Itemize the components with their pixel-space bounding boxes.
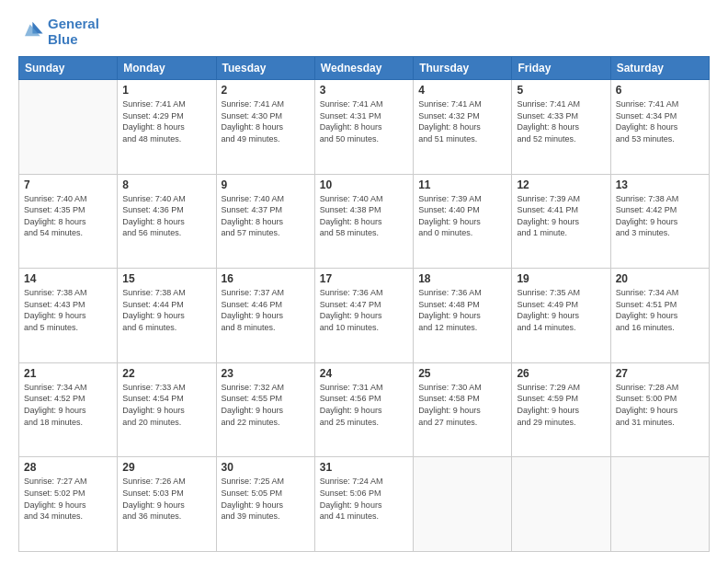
day-info: Sunrise: 7:25 AMSunset: 5:05 PMDaylight:…: [222, 476, 310, 522]
day-number: 3: [320, 84, 408, 97]
day-info: Sunrise: 7:24 AMSunset: 5:06 PMDaylight:…: [320, 476, 408, 522]
day-info: Sunrise: 7:41 AMSunset: 4:34 PMDaylight:…: [616, 98, 704, 144]
logo-icon: [18, 19, 44, 45]
calendar-cell: 16Sunrise: 7:37 AMSunset: 4:46 PMDayligh…: [216, 269, 314, 363]
day-info: Sunrise: 7:28 AMSunset: 5:00 PMDaylight:…: [616, 382, 704, 428]
day-number: 1: [122, 84, 210, 97]
calendar-week-row: 21Sunrise: 7:34 AMSunset: 4:52 PMDayligh…: [19, 362, 710, 457]
day-number: 23: [222, 367, 310, 380]
day-info: Sunrise: 7:26 AMSunset: 5:03 PMDaylight:…: [122, 476, 210, 522]
day-number: 22: [122, 367, 210, 380]
calendar-cell: 23Sunrise: 7:32 AMSunset: 4:55 PMDayligh…: [216, 362, 314, 457]
day-info: Sunrise: 7:36 AMSunset: 4:48 PMDaylight:…: [418, 287, 506, 333]
calendar-cell: 10Sunrise: 7:40 AMSunset: 4:38 PMDayligh…: [314, 174, 413, 269]
calendar-week-row: 1Sunrise: 7:41 AMSunset: 4:29 PMDaylight…: [19, 80, 710, 175]
calendar-cell: 7Sunrise: 7:40 AMSunset: 4:35 PMDaylight…: [19, 174, 118, 269]
calendar-week-row: 28Sunrise: 7:27 AMSunset: 5:02 PMDayligh…: [19, 457, 710, 552]
weekday-header: Saturday: [610, 57, 709, 80]
day-info: Sunrise: 7:31 AMSunset: 4:56 PMDaylight:…: [320, 382, 408, 428]
day-info: Sunrise: 7:41 AMSunset: 4:30 PMDaylight:…: [222, 98, 310, 144]
calendar-cell: [512, 457, 610, 552]
calendar-cell: 27Sunrise: 7:28 AMSunset: 5:00 PMDayligh…: [610, 362, 709, 457]
day-info: Sunrise: 7:30 AMSunset: 4:58 PMDaylight:…: [418, 382, 506, 428]
day-info: Sunrise: 7:39 AMSunset: 4:41 PMDaylight:…: [517, 193, 605, 239]
day-info: Sunrise: 7:37 AMSunset: 4:46 PMDaylight:…: [222, 287, 310, 333]
calendar-cell: [414, 457, 512, 552]
calendar-cell: 15Sunrise: 7:38 AMSunset: 4:44 PMDayligh…: [118, 269, 216, 363]
day-info: Sunrise: 7:39 AMSunset: 4:40 PMDaylight:…: [418, 193, 506, 239]
day-info: Sunrise: 7:38 AMSunset: 4:42 PMDaylight:…: [616, 193, 704, 239]
day-number: 30: [222, 461, 310, 474]
day-info: Sunrise: 7:27 AMSunset: 5:02 PMDaylight:…: [24, 476, 112, 522]
calendar-cell: 5Sunrise: 7:41 AMSunset: 4:33 PMDaylight…: [512, 80, 610, 175]
calendar-cell: 2Sunrise: 7:41 AMSunset: 4:30 PMDaylight…: [216, 80, 314, 175]
day-info: Sunrise: 7:35 AMSunset: 4:49 PMDaylight:…: [517, 287, 605, 333]
day-number: 20: [616, 272, 704, 285]
logo: General Blue: [18, 17, 99, 47]
day-number: 2: [222, 84, 310, 97]
calendar-cell: [610, 457, 709, 552]
calendar-week-row: 7Sunrise: 7:40 AMSunset: 4:35 PMDaylight…: [19, 174, 710, 269]
calendar-cell: 24Sunrise: 7:31 AMSunset: 4:56 PMDayligh…: [314, 362, 413, 457]
calendar-cell: 29Sunrise: 7:26 AMSunset: 5:03 PMDayligh…: [118, 457, 216, 552]
day-number: 24: [320, 367, 408, 380]
day-number: 16: [222, 272, 310, 285]
day-number: 8: [122, 178, 210, 191]
calendar-table: SundayMondayTuesdayWednesdayThursdayFrid…: [18, 56, 710, 552]
calendar-cell: 26Sunrise: 7:29 AMSunset: 4:59 PMDayligh…: [512, 362, 610, 457]
weekday-header: Tuesday: [216, 57, 314, 80]
page: General Blue SundayMondayTuesdayWednesda…: [0, 0, 728, 563]
day-number: 21: [24, 367, 112, 380]
day-number: 6: [616, 84, 704, 97]
day-info: Sunrise: 7:34 AMSunset: 4:51 PMDaylight:…: [616, 287, 704, 333]
day-number: 29: [122, 461, 210, 474]
day-info: Sunrise: 7:32 AMSunset: 4:55 PMDaylight:…: [222, 382, 310, 428]
day-number: 5: [517, 84, 605, 97]
header: General Blue: [18, 17, 710, 47]
weekday-header: Wednesday: [314, 57, 413, 80]
calendar-cell: 31Sunrise: 7:24 AMSunset: 5:06 PMDayligh…: [314, 457, 413, 552]
day-info: Sunrise: 7:41 AMSunset: 4:33 PMDaylight:…: [517, 98, 605, 144]
day-info: Sunrise: 7:38 AMSunset: 4:43 PMDaylight:…: [24, 287, 112, 333]
calendar-cell: 3Sunrise: 7:41 AMSunset: 4:31 PMDaylight…: [314, 80, 413, 175]
day-info: Sunrise: 7:33 AMSunset: 4:54 PMDaylight:…: [122, 382, 210, 428]
calendar-cell: 1Sunrise: 7:41 AMSunset: 4:29 PMDaylight…: [118, 80, 216, 175]
day-number: 15: [122, 272, 210, 285]
calendar-cell: [19, 80, 118, 175]
day-info: Sunrise: 7:36 AMSunset: 4:47 PMDaylight:…: [320, 287, 408, 333]
day-number: 31: [320, 461, 408, 474]
weekday-header: Monday: [118, 57, 216, 80]
day-number: 14: [24, 272, 112, 285]
day-info: Sunrise: 7:40 AMSunset: 4:37 PMDaylight:…: [222, 193, 310, 239]
day-number: 7: [24, 178, 112, 191]
calendar-cell: 19Sunrise: 7:35 AMSunset: 4:49 PMDayligh…: [512, 269, 610, 363]
calendar-cell: 21Sunrise: 7:34 AMSunset: 4:52 PMDayligh…: [19, 362, 118, 457]
weekday-header: Sunday: [19, 57, 118, 80]
day-info: Sunrise: 7:41 AMSunset: 4:32 PMDaylight:…: [418, 98, 506, 144]
day-number: 9: [222, 178, 310, 191]
calendar-cell: 20Sunrise: 7:34 AMSunset: 4:51 PMDayligh…: [610, 269, 709, 363]
day-number: 25: [418, 367, 506, 380]
day-number: 13: [616, 178, 704, 191]
day-info: Sunrise: 7:40 AMSunset: 4:36 PMDaylight:…: [122, 193, 210, 239]
day-info: Sunrise: 7:40 AMSunset: 4:38 PMDaylight:…: [320, 193, 408, 239]
calendar-cell: 11Sunrise: 7:39 AMSunset: 4:40 PMDayligh…: [414, 174, 512, 269]
calendar-week-row: 14Sunrise: 7:38 AMSunset: 4:43 PMDayligh…: [19, 269, 710, 363]
calendar-cell: 13Sunrise: 7:38 AMSunset: 4:42 PMDayligh…: [610, 174, 709, 269]
day-number: 10: [320, 178, 408, 191]
day-number: 4: [418, 84, 506, 97]
calendar-cell: 25Sunrise: 7:30 AMSunset: 4:58 PMDayligh…: [414, 362, 512, 457]
calendar-cell: 22Sunrise: 7:33 AMSunset: 4:54 PMDayligh…: [118, 362, 216, 457]
day-number: 19: [517, 272, 605, 285]
day-info: Sunrise: 7:41 AMSunset: 4:29 PMDaylight:…: [122, 98, 210, 144]
day-number: 17: [320, 272, 408, 285]
calendar-cell: 4Sunrise: 7:41 AMSunset: 4:32 PMDaylight…: [414, 80, 512, 175]
calendar-cell: 8Sunrise: 7:40 AMSunset: 4:36 PMDaylight…: [118, 174, 216, 269]
day-number: 11: [418, 178, 506, 191]
day-info: Sunrise: 7:29 AMSunset: 4:59 PMDaylight:…: [517, 382, 605, 428]
day-info: Sunrise: 7:41 AMSunset: 4:31 PMDaylight:…: [320, 98, 408, 144]
day-number: 26: [517, 367, 605, 380]
calendar-cell: 17Sunrise: 7:36 AMSunset: 4:47 PMDayligh…: [314, 269, 413, 363]
day-number: 12: [517, 178, 605, 191]
logo-text: General Blue: [48, 17, 99, 47]
